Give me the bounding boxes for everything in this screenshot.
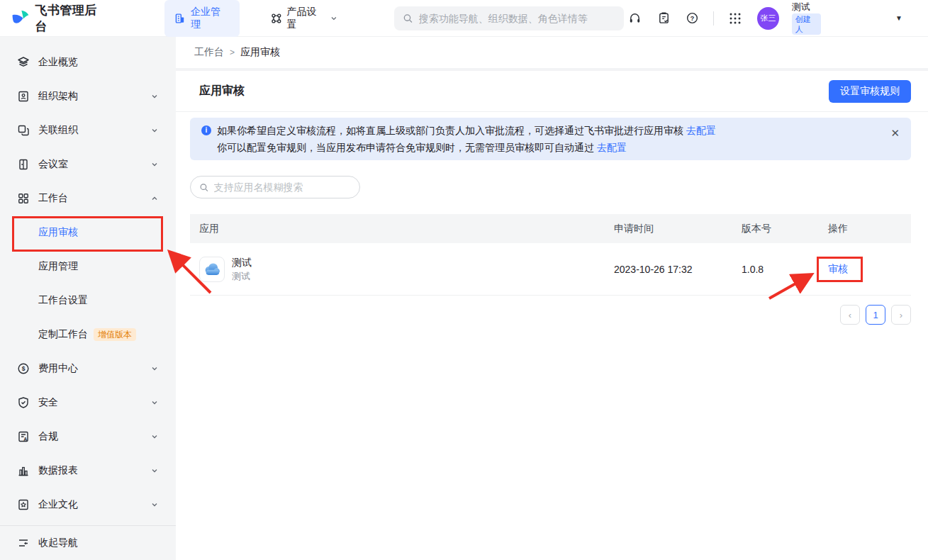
app-logo: 飞书管理后台	[11, 2, 108, 35]
sidebar-subitem-workbench-settings[interactable]: 工作台设置	[0, 284, 176, 318]
breadcrumb-separator-icon: >	[230, 47, 235, 57]
sidebar-subitem-custom-workbench[interactable]: 定制工作台 增值版本	[0, 318, 176, 352]
sidebar-subitem-label: 定制工作台	[38, 328, 88, 341]
svg-text:?: ?	[691, 15, 695, 22]
topbar-icons: ? 张三 测试 创建人 ▼	[624, 1, 917, 35]
column-header-app: 应用	[190, 223, 605, 235]
app-name: 测试	[232, 257, 252, 269]
table-header: 应用 申请时间 版本号 操作	[190, 214, 911, 243]
sidebar-subitem-app-management[interactable]: 应用管理	[0, 250, 176, 284]
sidebar-item-data-reports[interactable]: 数据报表	[0, 454, 176, 488]
info-banner: i 如果你希望自定义审核流程，如将直属上级或部门负责人加入审批流程，可选择通过飞…	[190, 118, 911, 160]
sidebar-item-label: 合规	[38, 430, 150, 443]
app-review-table: 应用 申请时间 版本号 操作	[190, 214, 911, 296]
banner-configure-link-2[interactable]: 去配置	[597, 142, 627, 153]
apps-grid-button[interactable]	[724, 7, 746, 30]
sidebar-subitem-app-review[interactable]: 应用审核	[0, 215, 176, 250]
chevron-down-icon	[330, 15, 337, 22]
sidebar-subitem-label: 应用管理	[38, 260, 78, 273]
set-review-rules-button[interactable]: 设置审核规则	[829, 80, 911, 103]
app-cell: 测试 测试	[190, 257, 605, 282]
sidebar-subitem-label: 工作台设置	[38, 294, 88, 307]
app-title: 飞书管理后台	[35, 2, 108, 35]
app-name-block: 测试 测试	[232, 257, 252, 282]
info-icon: i	[201, 125, 211, 135]
currency-circle-icon: $	[17, 362, 30, 375]
app-search[interactable]	[190, 176, 360, 198]
user-name: 测试	[792, 1, 821, 12]
user-role-badge: 创建人	[792, 13, 821, 35]
sidebar-item-label: 安全	[38, 396, 150, 409]
pagination-next-button[interactable]: ›	[891, 305, 911, 325]
support-headset-button[interactable]	[624, 7, 646, 30]
sidebar-item-enterprise-overview[interactable]: 企业概览	[0, 45, 176, 79]
app-review-card: 应用审核 设置审核规则 i 如果你希望自定义审核流程，如将直属上级或部门负责人加…	[176, 71, 928, 560]
topbar-divider	[713, 11, 714, 26]
premium-badge: 增值版本	[94, 328, 136, 341]
chevron-down-icon	[150, 466, 159, 475]
sidebar-item-corporate-culture[interactable]: 企业文化	[0, 488, 176, 522]
apply-time-cell: 2023-10-26 17:32	[605, 264, 732, 275]
nav-product-settings[interactable]: 产品设置	[261, 0, 347, 37]
sidebar-item-label: 关联组织	[38, 124, 150, 137]
chevron-down-icon	[150, 92, 159, 101]
contact-book-icon	[17, 90, 30, 103]
chevron-down-icon	[150, 126, 159, 135]
nav-product-label: 产品设置	[286, 6, 325, 31]
breadcrumb-current: 应用审核	[240, 46, 280, 59]
app-cloud-icon	[199, 257, 225, 282]
chevron-down-icon	[150, 500, 159, 509]
avatar-text: 张三	[760, 13, 776, 23]
global-search-input[interactable]	[419, 13, 615, 24]
sidebar-item-label: 企业概览	[38, 56, 159, 69]
avatar[interactable]: 张三	[757, 7, 779, 30]
pagination-page-1[interactable]: 1	[866, 305, 885, 325]
sidebar-item-label: 数据报表	[38, 464, 150, 477]
app-description: 测试	[232, 271, 252, 282]
bar-chart-icon	[17, 464, 30, 477]
column-header-version: 版本号	[732, 223, 819, 235]
user-info: 测试 创建人	[792, 1, 821, 35]
sidebar-item-workbench[interactable]: 工作台	[0, 181, 176, 215]
sidebar-item-org-structure[interactable]: 组织架构	[0, 79, 176, 113]
table-row: 测试 测试 2023-10-26 17:32 1.0.8 审核	[190, 243, 911, 296]
breadcrumb-parent[interactable]: 工作台	[194, 46, 224, 59]
global-search[interactable]	[394, 6, 624, 30]
collapse-nav-label: 收起导航	[38, 537, 78, 549]
column-header-action: 操作	[819, 223, 911, 235]
nav-enterprise-label: 企业管理	[191, 6, 230, 31]
banner-line2: 你可以配置免审规则，当应用发布申请符合免审规则时，无需管理员审核即可自动通过去配…	[201, 139, 883, 156]
pagination: ‹ 1 ›	[190, 305, 911, 325]
sidebar-item-label: 组织架构	[38, 90, 150, 103]
app-search-input[interactable]	[214, 181, 351, 193]
review-action-link[interactable]: 审核	[828, 263, 848, 274]
nav-enterprise-admin[interactable]: 企业管理	[164, 0, 239, 37]
feishu-logo-icon	[11, 9, 29, 28]
sidebar-item-meeting-rooms[interactable]: 会议室	[0, 147, 176, 181]
top-bar: 飞书管理后台 企业管理 产品设置	[0, 0, 928, 37]
sidebar-item-label: 费用中心	[38, 362, 150, 375]
chevron-down-icon	[150, 432, 159, 441]
sidebar-item-security[interactable]: 安全	[0, 386, 176, 420]
banner-line1: 如果你希望自定义审核流程，如将直属上级或部门负责人加入审批流程，可选择通过飞书审…	[217, 122, 716, 139]
sidebar-subitem-label: 应用审核	[38, 226, 78, 239]
help-button[interactable]: ?	[682, 7, 704, 30]
chevron-down-icon	[150, 398, 159, 407]
account-caret-icon[interactable]: ▼	[895, 14, 902, 22]
svg-text:$: $	[22, 365, 26, 372]
banner-configure-link-1[interactable]: 去配置	[686, 125, 716, 136]
headset-icon	[628, 11, 642, 25]
chevron-up-icon	[150, 194, 159, 203]
sidebar-item-label: 会议室	[38, 158, 150, 171]
sidebar-item-compliance[interactable]: A 合规	[0, 420, 176, 454]
column-header-apply-time: 申请时间	[605, 223, 732, 235]
layers-icon	[17, 56, 30, 69]
sidebar-item-linked-orgs[interactable]: 关联组织	[0, 113, 176, 147]
pagination-prev-button[interactable]: ‹	[840, 305, 860, 325]
svg-text:A: A	[23, 437, 27, 442]
banner-close-icon[interactable]: ✕	[890, 125, 900, 142]
collapse-nav-button[interactable]: 收起导航	[0, 525, 176, 560]
feedback-button[interactable]	[653, 7, 675, 30]
sidebar-item-billing-center[interactable]: $ 费用中心	[0, 352, 176, 386]
door-icon	[17, 158, 30, 171]
